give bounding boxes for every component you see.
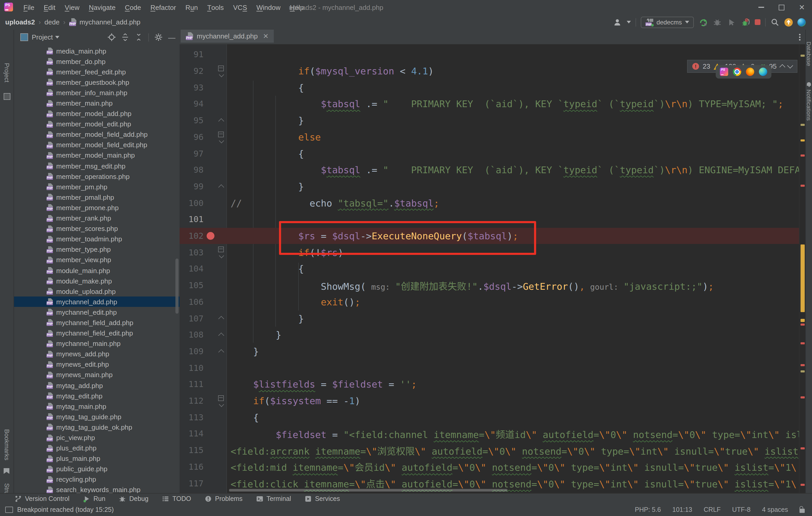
code-line-110[interactable]: 110: [180, 360, 800, 376]
encoding-widget[interactable]: UTF-8: [732, 506, 751, 513]
file-member_pm-php[interactable]: PHPmember_pm.php: [14, 182, 180, 192]
file-module_make-php[interactable]: PHPmodule_make.php: [14, 276, 180, 286]
line-number[interactable]: 114: [180, 429, 204, 439]
line-number[interactable]: 94: [180, 99, 204, 109]
file-mychannel_add-php[interactable]: PHPmychannel_add.php: [14, 297, 180, 307]
breadcrumb-item[interactable]: uploads2: [5, 18, 35, 26]
error-stripe[interactable]: [799, 44, 806, 493]
file-mytag_main-php[interactable]: PHPmytag_main.php: [14, 401, 180, 412]
hide-panel-icon[interactable]: —: [168, 35, 175, 40]
file-module_upload-php[interactable]: PHPmodule_upload.php: [14, 286, 180, 297]
line-number[interactable]: 113: [180, 412, 204, 422]
file-mynews_main-php[interactable]: PHPmynews_main.php: [14, 370, 180, 380]
toolwindow-services[interactable]: Services: [304, 495, 340, 503]
file-member_model_edit-php[interactable]: PHPmember_model_edit.php: [14, 119, 180, 129]
breadcrumb-item[interactable]: dede: [45, 18, 60, 26]
line-number[interactable]: 117: [180, 478, 204, 488]
stripe-mark-tan[interactable]: [801, 55, 805, 57]
fold-close-icon[interactable]: [219, 332, 224, 338]
file-member_model_field_edit-php[interactable]: PHPmember_model_field_edit.php: [14, 140, 180, 150]
menu-file[interactable]: File: [19, 0, 39, 14]
maximize-button[interactable]: [772, 0, 792, 14]
file-mytag_tag_guide_ok-php[interactable]: PHPmytag_tag_guide_ok.php: [14, 422, 180, 432]
file-mychannel_field_edit-php[interactable]: PHPmychannel_field_edit.php: [14, 328, 180, 338]
stripe-mark-red[interactable]: [801, 342, 805, 344]
file-plus_edit-php[interactable]: PHPplus_edit.php: [14, 443, 180, 453]
file-member_pmall-php[interactable]: PHPmember_pmall.php: [14, 192, 180, 203]
fold-close-icon[interactable]: [219, 118, 224, 124]
toolwindow-version-control[interactable]: Version Control: [14, 495, 69, 503]
file-member_scores-php[interactable]: PHPmember_scores.php: [14, 223, 180, 234]
code-line-93[interactable]: 93 {: [180, 79, 800, 96]
file-member_pmone-php[interactable]: PHPmember_pmone.php: [14, 203, 180, 213]
stripe-mark-red[interactable]: [801, 364, 805, 366]
menu-navigate[interactable]: Navigate: [84, 0, 120, 14]
file-member_feed_edit-php[interactable]: PHPmember_feed_edit.php: [14, 67, 180, 77]
settings-gear-icon[interactable]: [154, 33, 163, 41]
code-editor[interactable]: 9192 if($mysql_version < 4.1)93 {94 $tab…: [180, 44, 800, 493]
phpstorm-browser-icon[interactable]: PS: [720, 68, 728, 76]
file-member_msg_edit-php[interactable]: PHPmember_msg_edit.php: [14, 161, 180, 171]
file-mychannel_field_add-php[interactable]: PHPmychannel_field_add.php: [14, 317, 180, 328]
code-line-115[interactable]: 115<field:arcrank itemname=\"浏览权限\" auto…: [180, 442, 800, 458]
code-line-105[interactable]: 105 ShowMsg(msg:"创建附加表失败!".$dsql->GetErr…: [180, 277, 800, 294]
line-number[interactable]: 112: [180, 396, 204, 406]
file-mychannel_edit-php[interactable]: PHPmychannel_edit.php: [14, 307, 180, 317]
line-number[interactable]: 108: [180, 330, 204, 340]
file-mynews_add-php[interactable]: PHPmynews_add.php: [14, 349, 180, 359]
file-mychannel_main-php[interactable]: PHPmychannel_main.php: [14, 338, 180, 349]
code-line-96[interactable]: 96 else: [180, 129, 800, 145]
file-member_toadmin-php[interactable]: PHPmember_toadmin.php: [14, 234, 180, 244]
line-number[interactable]: 109: [180, 346, 204, 356]
stripe-mark-gold[interactable]: [801, 140, 805, 142]
edge-icon[interactable]: [759, 68, 767, 76]
stripe-mark-red[interactable]: [801, 154, 805, 157]
line-number[interactable]: 102: [180, 231, 204, 241]
file-member_model_add-php[interactable]: PHPmember_model_add.php: [14, 109, 180, 119]
toolwindow-debug[interactable]: Debug: [119, 495, 149, 503]
update-available-icon[interactable]: [784, 18, 793, 26]
code-line-109[interactable]: 109 }: [180, 343, 800, 359]
line-number[interactable]: 106: [180, 297, 204, 307]
lock-icon[interactable]: [800, 509, 805, 513]
toolwindow-todo[interactable]: TODO: [162, 495, 191, 503]
code-line-97[interactable]: 97 {: [180, 145, 800, 161]
stripe-mark-red[interactable]: [801, 185, 805, 187]
fold-close-icon[interactable]: [219, 316, 224, 322]
menu-tools[interactable]: Tools: [202, 0, 229, 14]
code-line-114[interactable]: 114 $fieldset = "<field:channel itemname…: [180, 425, 800, 442]
tab-mychannel-add[interactable]: PHP mychannel_add.php ✕: [181, 30, 274, 43]
mute-breakpoints-debug-icon[interactable]: [741, 18, 750, 27]
toolwindow-terminal[interactable]: Terminal: [256, 495, 291, 503]
firefox-icon[interactable]: [746, 68, 754, 76]
line-number[interactable]: 91: [180, 50, 204, 60]
code-line-100[interactable]: 100// echo "tabsql=".$tabsql;: [180, 195, 800, 211]
expand-all-icon[interactable]: [121, 33, 129, 41]
menu-refactor[interactable]: Refactor: [146, 0, 181, 14]
line-number[interactable]: 96: [180, 132, 204, 142]
minimize-button[interactable]: [751, 0, 772, 14]
tab-close-icon[interactable]: ✕: [263, 32, 268, 40]
run-button[interactable]: [698, 18, 708, 27]
file-member_do-php[interactable]: PHPmember_do.php: [14, 56, 180, 67]
code-with-me-icon[interactable]: [798, 18, 806, 26]
file-public_guide-php[interactable]: PHPpublic_guide.php: [14, 464, 180, 475]
line-number[interactable]: 116: [180, 462, 204, 472]
toolwindow-switcher-icon[interactable]: [5, 507, 13, 513]
stripe-mark-gold[interactable]: [801, 244, 805, 312]
caret-position-widget[interactable]: 101:13: [672, 506, 692, 513]
code-line-111[interactable]: 111 $listfields = $fieldset = '';: [180, 376, 800, 392]
stripe-mark-red[interactable]: [801, 324, 805, 326]
line-number[interactable]: 101: [180, 215, 204, 224]
fold-close-icon[interactable]: [219, 349, 224, 355]
search-everywhere-icon[interactable]: [771, 18, 780, 27]
notifications-bell-icon[interactable]: [807, 82, 811, 86]
line-number[interactable]: 100: [180, 198, 204, 208]
line-number[interactable]: 107: [180, 313, 204, 323]
line-number[interactable]: 92: [180, 66, 204, 76]
horizontal-scrollbar[interactable]: [229, 489, 508, 491]
code-line-98[interactable]: 98 $tabsql .= " PRIMARY KEY (`aid`), KEY…: [180, 162, 800, 178]
stripe-mark-tan[interactable]: [801, 370, 805, 372]
next-problem-icon[interactable]: [787, 63, 793, 69]
breadcrumb-item[interactable]: mychannel_add.php: [79, 18, 140, 26]
